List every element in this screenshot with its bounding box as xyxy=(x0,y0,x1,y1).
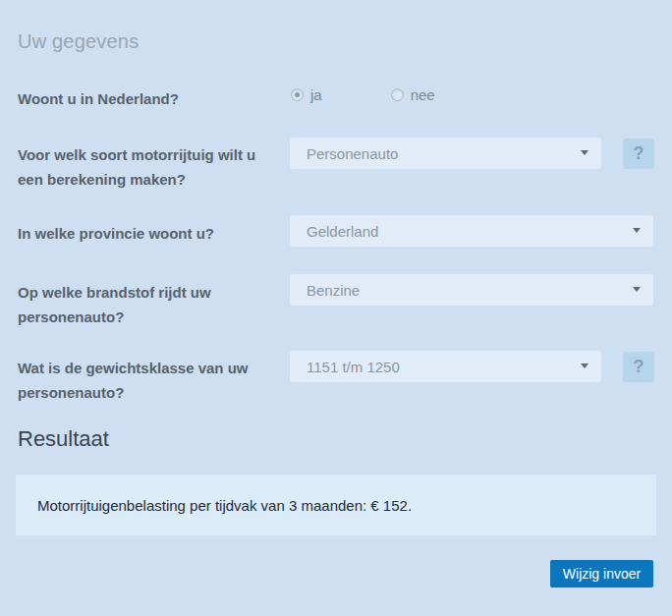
radio-option-label: nee xyxy=(411,86,435,103)
dropdown-province[interactable]: Gelderland xyxy=(290,215,653,247)
radio-selected-icon[interactable] xyxy=(291,88,304,101)
question-vehicle-type: Voor welk soort motorrijtuig wilt u een … xyxy=(18,142,281,192)
question-live-in-netherlands: Woont u in Nederland? xyxy=(18,86,281,111)
help-button-vehicle-type[interactable]: ? xyxy=(623,139,654,169)
radio-option-ja[interactable]: ja xyxy=(291,86,322,103)
dropdown-weight-class[interactable]: 1151 t/m 1250 xyxy=(290,351,601,382)
dropdown-value: Personenauto xyxy=(307,145,398,162)
question-weight-class: Wat is de gewichtsklasse van uw personen… xyxy=(18,356,281,405)
question-fuel-type: Op welke brandstof rijdt uw personenauto… xyxy=(18,280,281,329)
chevron-down-icon xyxy=(633,287,641,292)
radio-option-label: ja xyxy=(310,86,322,103)
dropdown-fuel-type[interactable]: Benzine xyxy=(290,274,653,306)
help-button-weight-class[interactable]: ? xyxy=(623,352,654,382)
radio-group-netherlands: ja nee xyxy=(291,86,435,103)
section-title-result: Resultaat xyxy=(18,426,109,452)
question-province: In welke provincie woont u? xyxy=(18,221,281,246)
section-title-your-data: Uw gegevens xyxy=(18,30,139,53)
chevron-down-icon xyxy=(581,150,588,155)
change-input-button[interactable]: Wijzig invoer xyxy=(550,560,653,588)
tax-calculator-panel: Uw gegevens Woont u in Nederland? ja nee… xyxy=(0,0,672,616)
question-mark-icon: ? xyxy=(634,143,644,164)
chevron-down-icon xyxy=(633,228,641,233)
question-mark-icon: ? xyxy=(634,357,644,377)
dropdown-value: 1151 t/m 1250 xyxy=(307,359,400,375)
dropdown-vehicle-type[interactable]: Personenauto xyxy=(290,138,601,169)
result-text: Motorrijtuigenbelasting per tijdvak van … xyxy=(37,497,412,514)
chevron-down-icon xyxy=(581,364,588,368)
radio-option-nee[interactable]: nee xyxy=(391,86,435,103)
dropdown-value: Benzine xyxy=(307,282,360,299)
dropdown-value: Gelderland xyxy=(307,223,378,240)
radio-unselected-icon[interactable] xyxy=(391,88,404,101)
result-box: Motorrijtuigenbelasting per tijdvak van … xyxy=(16,475,656,535)
change-input-button-label: Wijzig invoer xyxy=(563,566,641,582)
